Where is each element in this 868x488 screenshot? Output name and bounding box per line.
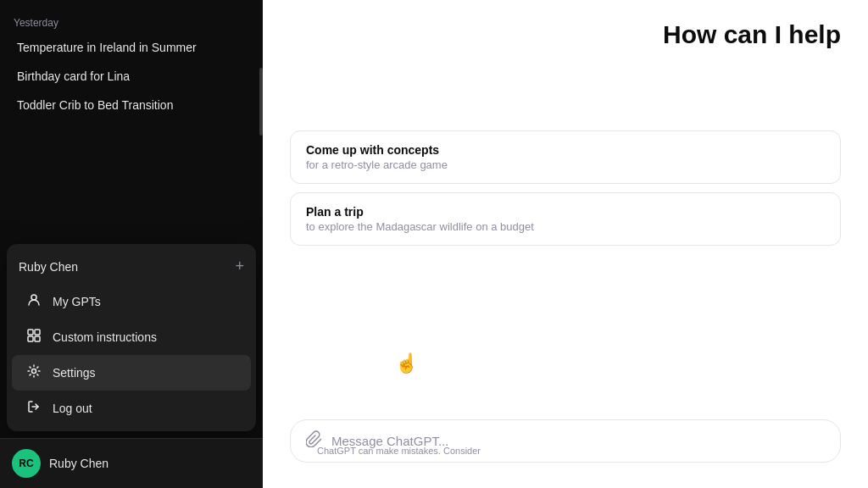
settings-label: Settings: [53, 366, 96, 380]
message-input-box[interactable]: Message ChatGPT...: [290, 419, 841, 463]
dropdown-item-custom-instructions[interactable]: Custom instructions: [12, 319, 251, 355]
user-bar-name: Ruby Chen: [49, 457, 108, 470]
suggestion-card-1-title: Come up with concepts: [306, 143, 825, 157]
sidebar-section-yesterday: Yesterday: [7, 10, 256, 34]
main-content: How can I help Come up with concepts for…: [263, 0, 868, 488]
main-header: How can I help: [263, 0, 868, 63]
dropdown-plus-button[interactable]: +: [235, 258, 244, 275]
svg-rect-2: [35, 330, 40, 335]
custom-instructions-label: Custom instructions: [53, 330, 157, 344]
my-gpts-label: My GPTs: [53, 295, 101, 308]
suggestion-cards: Come up with concepts for a retro-style …: [263, 130, 868, 246]
sidebar-item-chat-3[interactable]: Toddler Crib to Bed Transition: [7, 92, 256, 119]
custom-instructions-icon: [25, 329, 42, 346]
suggestion-card-2-sub: to explore the Madagascar wildlife on a …: [306, 220, 825, 233]
log-out-label: Log out: [53, 402, 92, 415]
dropdown-item-my-gpts[interactable]: My GPTs: [12, 284, 251, 319]
svg-rect-4: [35, 336, 40, 341]
dropdown-header: Ruby Chen +: [7, 249, 256, 284]
main-title: How can I help: [290, 20, 841, 49]
dropdown-menu: Ruby Chen + My GPTs: [7, 244, 256, 431]
settings-icon: [25, 364, 42, 381]
disclaimer: ChatGPT can make mistakes. Consider: [317, 446, 868, 456]
sidebar: Yesterday Temperature in Ireland in Summ…: [0, 0, 263, 488]
sidebar-item-chat-2[interactable]: Birthday card for Lina: [7, 63, 256, 90]
log-out-icon: [25, 400, 42, 417]
my-gpts-icon: [25, 293, 42, 310]
avatar: RC: [12, 449, 41, 478]
suggestion-card-1-sub: for a retro-style arcade game: [306, 158, 825, 171]
sidebar-item-chat-1[interactable]: Temperature in Ireland in Summer: [7, 34, 256, 61]
svg-rect-3: [28, 336, 33, 341]
cursor-hand-icon: ☝: [395, 352, 418, 374]
suggestion-card-2-title: Plan a trip: [306, 205, 825, 219]
suggestion-card-1[interactable]: Come up with concepts for a retro-style …: [290, 130, 841, 184]
svg-point-0: [31, 295, 36, 300]
user-bar[interactable]: RC Ruby Chen: [0, 438, 263, 488]
message-input-area: Message ChatGPT... ChatGPT can make mist…: [290, 419, 868, 463]
dropdown-item-log-out[interactable]: Log out: [12, 391, 251, 426]
svg-rect-1: [28, 330, 33, 335]
suggestion-card-2[interactable]: Plan a trip to explore the Madagascar wi…: [290, 192, 841, 246]
dropdown-item-settings[interactable]: Settings: [12, 355, 251, 391]
dropdown-username: Ruby Chen: [19, 260, 78, 274]
svg-point-5: [32, 369, 36, 374]
sidebar-history: Yesterday Temperature in Ireland in Summ…: [0, 0, 263, 237]
